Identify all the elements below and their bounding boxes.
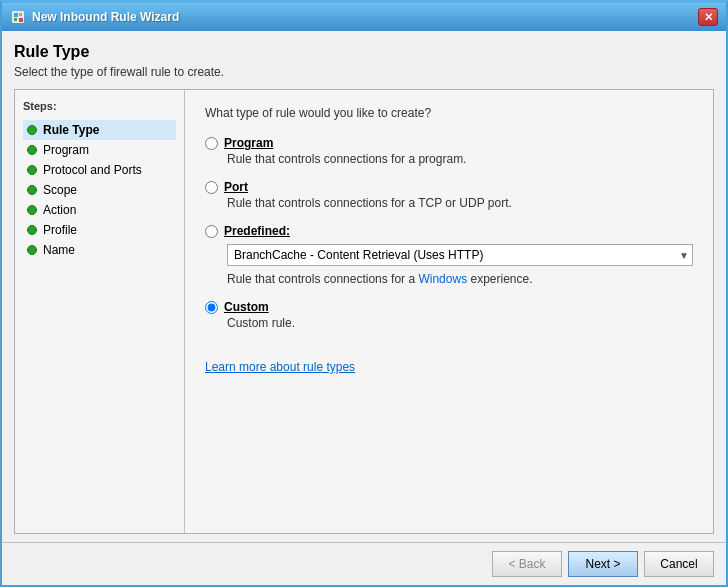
radio-program[interactable] [205, 137, 218, 150]
svg-rect-2 [19, 13, 22, 16]
sidebar-item-action[interactable]: Action [23, 200, 176, 220]
sidebar-item-rule-type[interactable]: Rule Type [23, 120, 176, 140]
bottom-bar: < Back Next > Cancel [2, 542, 726, 585]
predefined-section: BranchCache - Content Retrieval (Uses HT… [227, 244, 693, 266]
predefined-select[interactable]: BranchCache - Content Retrieval (Uses HT… [227, 244, 693, 266]
svg-rect-3 [14, 18, 17, 21]
option-program: Program Rule that controls connections f… [205, 136, 693, 166]
option-port: Port Rule that controls connections for … [205, 180, 693, 210]
option-port-header: Port [205, 180, 693, 194]
window-title: New Inbound Rule Wizard [32, 10, 698, 24]
back-button[interactable]: < Back [492, 551, 562, 577]
option-custom-header: Custom [205, 300, 693, 314]
window-icon [10, 9, 26, 25]
sidebar-label-program: Program [43, 143, 89, 157]
sidebar-label-action: Action [43, 203, 76, 217]
step-dot-protocol-ports [27, 165, 37, 175]
radio-predefined[interactable] [205, 225, 218, 238]
sidebar-item-name[interactable]: Name [23, 240, 176, 260]
option-port-label[interactable]: Port [224, 180, 248, 194]
option-predefined-label[interactable]: Predefined: [224, 224, 290, 238]
option-predefined-desc: Rule that controls connections for a Win… [227, 272, 693, 286]
learn-more-link[interactable]: Learn more about rule types [205, 360, 693, 374]
next-button[interactable]: Next > [568, 551, 638, 577]
content-area: Rule Type Select the type of firewall ru… [2, 31, 726, 542]
sidebar-item-program[interactable]: Program [23, 140, 176, 160]
step-dot-profile [27, 225, 37, 235]
windows-blue-text: Windows [418, 272, 467, 286]
option-program-label[interactable]: Program [224, 136, 273, 150]
sidebar-label-profile: Profile [43, 223, 77, 237]
page-title: Rule Type [14, 43, 714, 61]
page-subtitle: Select the type of firewall rule to crea… [14, 65, 714, 79]
option-predefined-header: Predefined: [205, 224, 693, 238]
option-custom: Custom Custom rule. [205, 300, 693, 330]
step-dot-program [27, 145, 37, 155]
option-program-header: Program [205, 136, 693, 150]
option-program-desc: Rule that controls connections for a pro… [227, 152, 693, 166]
close-button[interactable]: ✕ [698, 8, 718, 26]
sidebar-label-protocol-ports: Protocol and Ports [43, 163, 142, 177]
main-window: New Inbound Rule Wizard ✕ Rule Type Sele… [0, 0, 728, 587]
right-panel: What type of rule would you like to crea… [185, 90, 713, 533]
sidebar-title: Steps: [23, 100, 176, 112]
option-custom-label[interactable]: Custom [224, 300, 269, 314]
step-dot-name [27, 245, 37, 255]
sidebar-label-name: Name [43, 243, 75, 257]
radio-custom[interactable] [205, 301, 218, 314]
svg-rect-1 [14, 13, 18, 17]
radio-port[interactable] [205, 181, 218, 194]
sidebar-label-scope: Scope [43, 183, 77, 197]
step-dot-action [27, 205, 37, 215]
question-text: What type of rule would you like to crea… [205, 106, 693, 120]
cancel-button[interactable]: Cancel [644, 551, 714, 577]
main-panel: Steps: Rule Type Program Protocol and Po… [14, 89, 714, 534]
title-bar: New Inbound Rule Wizard ✕ [2, 3, 726, 31]
sidebar-item-profile[interactable]: Profile [23, 220, 176, 240]
option-predefined: Predefined: BranchCache - Content Retrie… [205, 224, 693, 286]
option-custom-desc: Custom rule. [227, 316, 693, 330]
sidebar-item-scope[interactable]: Scope [23, 180, 176, 200]
step-dot-rule-type [27, 125, 37, 135]
predefined-select-wrapper: BranchCache - Content Retrieval (Uses HT… [227, 244, 693, 266]
step-dot-scope [27, 185, 37, 195]
sidebar-item-protocol-ports[interactable]: Protocol and Ports [23, 160, 176, 180]
sidebar: Steps: Rule Type Program Protocol and Po… [15, 90, 185, 533]
option-port-desc: Rule that controls connections for a TCP… [227, 196, 693, 210]
svg-rect-4 [19, 18, 23, 22]
sidebar-label-rule-type: Rule Type [43, 123, 99, 137]
